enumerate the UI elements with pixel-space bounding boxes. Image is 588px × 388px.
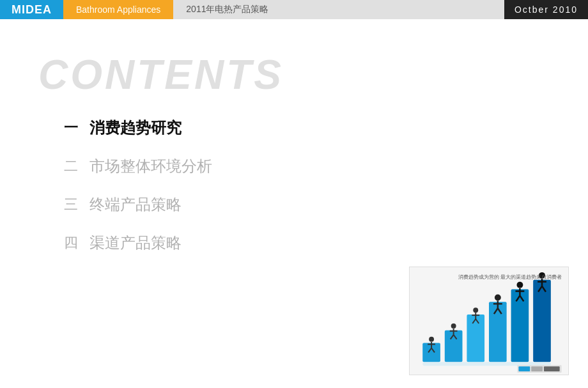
svg-rect-3 [467, 314, 484, 362]
svg-point-18 [473, 307, 478, 313]
deco-overlay-text: 消费趋势成为营的 最大的渠道趋势来自消费者 [458, 274, 562, 281]
menu-text-4: 渠道产品策略 [89, 233, 182, 253]
menu-text-2: 市场整体环境分析 [89, 156, 212, 176]
menu-number-1: 一 [64, 118, 89, 137]
deco-image: 消费趋势成为营的 最大的渠道趋势来自消费者 [409, 267, 569, 375]
tab-active[interactable]: Bathroom Appliances [63, 0, 173, 19]
menu-text-3: 终端产品策略 [89, 194, 182, 215]
svg-rect-4 [489, 302, 507, 362]
main-content: CONTENTS 一 消费趋势研究 二 市场整体环境分析 三 终端产品策略 四 … [0, 19, 588, 388]
logo: MIDEA [0, 0, 63, 19]
menu-number-2: 二 [64, 157, 89, 176]
menu-item-3[interactable]: 三 终端产品策略 [64, 194, 550, 215]
svg-rect-39 [518, 366, 530, 371]
svg-point-28 [516, 282, 523, 288]
date-label: Octber 2010 [504, 0, 588, 19]
svg-rect-6 [533, 280, 551, 362]
menu-item-2[interactable]: 二 市场整体环境分析 [64, 156, 550, 176]
menu-list: 一 消费趋势研究 二 市场整体环境分析 三 终端产品策略 四 渠道产品策略 [64, 118, 550, 253]
menu-number-4: 四 [64, 233, 89, 252]
svg-rect-5 [511, 290, 529, 362]
menu-item-1[interactable]: 一 消费趋势研究 [64, 118, 550, 138]
tab-inactive[interactable]: 2011年电热产品策略 [173, 0, 504, 19]
menu-text-1: 消费趋势研究 [89, 118, 182, 138]
svg-point-13 [451, 323, 456, 329]
svg-rect-40 [531, 366, 543, 371]
svg-point-23 [495, 294, 501, 300]
svg-point-8 [429, 337, 434, 342]
contents-title: CONTENTS [38, 51, 550, 98]
menu-item-4[interactable]: 四 渠道产品策略 [64, 233, 550, 253]
menu-number-3: 三 [64, 195, 89, 214]
top-bar: MIDEA Bathroom Appliances 2011年电热产品策略 Oc… [0, 0, 588, 19]
svg-rect-41 [544, 366, 560, 371]
